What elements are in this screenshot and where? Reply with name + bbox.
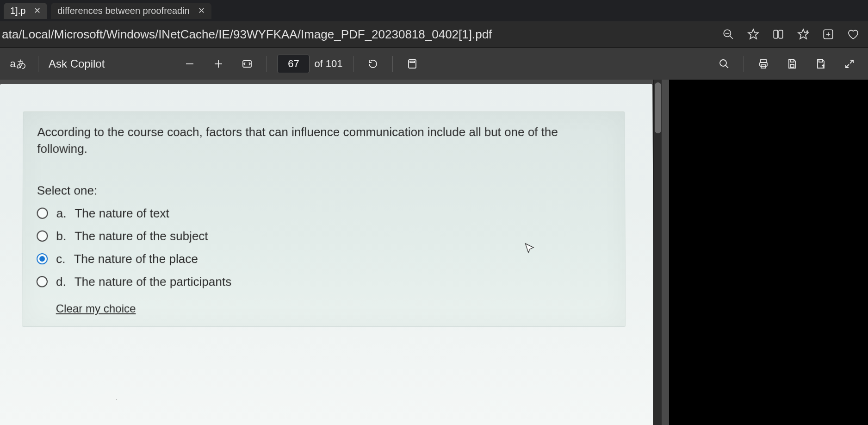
option-d[interactable]: d. The nature of the participants (37, 275, 611, 289)
option-text: The nature of the participants (74, 275, 231, 289)
tab-label: differences between proofreadin (57, 6, 189, 16)
svg-rect-23 (790, 60, 794, 62)
svg-point-18 (720, 60, 726, 66)
url-text[interactable]: ata/Local/Microsoft/Windows/INetCache/IE… (2, 27, 712, 42)
separator (267, 56, 267, 72)
zoom-in-button[interactable] (209, 55, 228, 73)
read-aloud-icon[interactable]: aあ (9, 55, 28, 73)
svg-line-19 (725, 65, 728, 68)
separator (744, 56, 744, 72)
browser-chrome: 1].p ✕ differences between proofreadin ✕… (0, 0, 868, 47)
split-screen-icon[interactable] (770, 26, 787, 43)
pdf-page: According to the course coach, factors t… (0, 84, 654, 425)
svg-marker-3 (748, 29, 758, 39)
find-icon[interactable] (715, 55, 733, 73)
svg-rect-25 (819, 60, 823, 62)
offscreen-black-region (669, 80, 868, 425)
svg-rect-4 (774, 30, 778, 38)
pdf-toolbar: aあ Ask Copilot of 101 (0, 47, 868, 80)
option-letter: b. (56, 229, 66, 243)
option-text: The nature of the subject (74, 229, 208, 243)
svg-rect-24 (790, 64, 794, 67)
option-letter: d. (56, 275, 66, 289)
scrollbar-thumb[interactable] (655, 82, 661, 133)
option-letter: c. (56, 252, 65, 266)
radio-icon[interactable] (37, 231, 48, 242)
option-a[interactable]: a. The nature of text (37, 206, 611, 220)
vertical-scrollbar[interactable] (653, 80, 662, 425)
browser-essentials-icon[interactable] (845, 26, 862, 43)
address-bar: ata/Local/Microsoft/Windows/INetCache/IE… (0, 21, 868, 47)
option-text: The nature of text (74, 206, 169, 220)
separator (353, 56, 353, 72)
pdf-viewport: According to the course coach, factors t… (0, 80, 868, 425)
tab-strip: 1].p ✕ differences between proofreadin ✕ (0, 0, 868, 21)
svg-rect-17 (410, 61, 415, 62)
fit-page-icon[interactable] (238, 55, 256, 73)
svg-rect-5 (779, 30, 783, 38)
print-icon[interactable] (754, 55, 773, 73)
collections-icon[interactable] (795, 26, 812, 43)
save-icon[interactable] (783, 55, 801, 73)
page-view-icon[interactable] (403, 55, 422, 73)
close-icon[interactable]: ✕ (198, 6, 205, 16)
rotate-icon[interactable] (364, 55, 382, 73)
tab-label: 1].p (10, 6, 25, 16)
page-number-input[interactable] (277, 55, 310, 73)
fullscreen-icon[interactable] (840, 55, 859, 73)
svg-marker-6 (798, 29, 808, 39)
add-to-collection-icon[interactable] (820, 26, 837, 43)
separator (392, 56, 393, 72)
favorite-star-icon[interactable] (745, 26, 762, 43)
question-card: According to the course coach, factors t… (22, 111, 626, 327)
clear-my-choice-link[interactable]: Clear my choice (56, 302, 136, 315)
svg-line-28 (850, 60, 853, 63)
ask-copilot-button[interactable]: Ask Copilot (49, 57, 105, 70)
browser-tab[interactable]: differences between proofreadin ✕ (51, 3, 211, 19)
radio-icon[interactable] (37, 208, 48, 219)
page-indicator: of 101 (277, 55, 342, 73)
zoom-out-icon[interactable] (720, 26, 737, 43)
svg-line-27 (846, 64, 849, 68)
option-letter: a. (56, 206, 67, 220)
option-text: The nature of the place (74, 252, 198, 266)
radio-icon[interactable] (37, 253, 48, 264)
zoom-out-button[interactable] (180, 55, 199, 73)
svg-line-1 (730, 36, 733, 39)
save-as-icon[interactable] (812, 55, 830, 73)
select-one-label: Select one: (37, 183, 611, 198)
separator (38, 56, 38, 72)
browser-tab-active[interactable]: 1].p ✕ (4, 3, 47, 19)
radio-icon[interactable] (37, 276, 48, 288)
question-text: According to the course coach, factors t… (37, 124, 611, 157)
close-icon[interactable]: ✕ (34, 6, 41, 16)
page-total-label: of 101 (314, 58, 342, 70)
